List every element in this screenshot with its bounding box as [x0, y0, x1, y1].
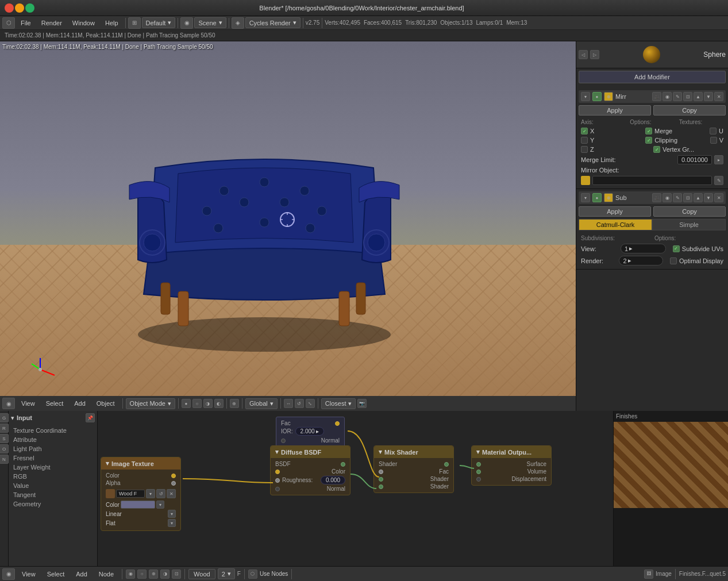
scene-dropdown[interactable]: Scene▾: [194, 17, 226, 28]
subsurf-expand-icon[interactable]: ▾: [581, 193, 590, 202]
menu-help[interactable]: Help: [101, 18, 123, 28]
node-sidebar-icon-2[interactable]: R: [0, 424, 9, 433]
subsurf-edit-icon[interactable]: ✎: [673, 193, 682, 202]
image-reload-icon[interactable]: ↺: [156, 489, 165, 498]
mirror-object-edit-icon[interactable]: ✎: [714, 176, 723, 185]
node-sidebar-icon-5[interactable]: N: [0, 455, 9, 464]
shading-icon-4[interactable]: ◐: [214, 399, 224, 408]
menu-file[interactable]: File: [16, 18, 36, 28]
panel-forward-icon[interactable]: ▷: [590, 50, 599, 59]
move-icon[interactable]: ↔: [284, 399, 293, 408]
mirror-delete-icon[interactable]: ✕: [714, 92, 723, 101]
mirror-up-icon[interactable]: ▲: [694, 92, 703, 101]
input-rgb[interactable]: RGB: [11, 472, 95, 481]
scene-icon[interactable]: ◉: [180, 17, 193, 29]
mirror-u-checkbox[interactable]: [710, 128, 717, 134]
subsurf-enable-icon[interactable]: ●: [592, 193, 602, 202]
snap-icon[interactable]: ⊕: [230, 399, 239, 408]
mirror-render-icon[interactable]: ◉: [662, 92, 672, 101]
optimal-display-checkbox[interactable]: [670, 257, 677, 264]
input-geometry[interactable]: Geometry: [11, 499, 95, 509]
subsurf-cage-icon[interactable]: ⊡: [683, 193, 692, 202]
node-icon-4[interactable]: ◑: [160, 570, 170, 579]
input-attribute[interactable]: Attribute: [11, 435, 95, 444]
input-tangent[interactable]: Tangent: [11, 490, 95, 499]
input-panel-pin-icon[interactable]: 📌: [86, 413, 95, 422]
node-icon-1[interactable]: ◉: [126, 570, 135, 579]
page-dropdown[interactable]: 2▾: [218, 568, 235, 579]
mirror-v-checkbox[interactable]: [710, 137, 717, 144]
shading-icon-2[interactable]: ○: [192, 399, 202, 408]
mirror-expand-icon[interactable]: ▾: [581, 92, 590, 101]
node-type-icon[interactable]: ◉: [2, 568, 15, 580]
object-mode-dropdown[interactable]: Object Mode▾: [126, 398, 175, 409]
color-swatch[interactable]: [121, 501, 155, 509]
subsurf-down-icon[interactable]: ▼: [704, 193, 713, 202]
input-layer-weight[interactable]: Layer Weight: [11, 463, 95, 472]
mirror-apply-button[interactable]: Apply: [579, 105, 651, 116]
mirror-cam-icon[interactable]: 🎥: [652, 92, 661, 101]
node-sidebar-icon-1[interactable]: G: [0, 413, 9, 422]
subsurf-cam-icon[interactable]: 🎥: [652, 193, 661, 202]
node-sidebar-icon-4[interactable]: O: [0, 444, 9, 453]
subsurf-up-icon[interactable]: ▲: [694, 193, 703, 202]
mirror-merge-checkbox[interactable]: ✓: [645, 128, 652, 134]
maximize-button[interactable]: [25, 3, 34, 13]
add-modifier-button[interactable]: Add Modifier: [579, 71, 726, 83]
input-texture-coordinate[interactable]: Texture Coordinate: [11, 426, 95, 435]
node-icon-2[interactable]: ○: [137, 570, 147, 579]
mirror-vertexgr-checkbox[interactable]: ✓: [653, 146, 660, 153]
mirror-cage-icon[interactable]: ⊡: [683, 92, 692, 101]
mirror-x-checkbox[interactable]: ✓: [581, 128, 588, 134]
color-arrow-btn[interactable]: ▾: [156, 501, 164, 509]
viewport-view-menu[interactable]: View: [17, 399, 40, 408]
node-icon-5[interactable]: ⊡: [172, 570, 181, 579]
panel-nav-icon[interactable]: ◁: [579, 50, 588, 59]
input-value[interactable]: Value: [11, 481, 95, 490]
close-button[interactable]: [5, 3, 14, 13]
node-add-menu[interactable]: Add: [71, 570, 92, 579]
menu-window[interactable]: Window: [68, 18, 99, 28]
view-value-field[interactable]: 1 ▸: [621, 244, 666, 253]
viewport-3d[interactable]: Time:02:02.38 | Mem:114.11M, Peak:114.11…: [0, 41, 576, 411]
input-fresnel[interactable]: Fresnel: [11, 453, 95, 463]
subsurf-delete-icon[interactable]: ✕: [714, 193, 723, 202]
subdivide-uvs-checkbox[interactable]: ✓: [673, 245, 680, 252]
catmull-clark-tab[interactable]: Catmull-Clark: [579, 219, 652, 230]
shading-icon-3[interactable]: ◑: [203, 399, 213, 408]
node-canvas[interactable]: Fac IOR: 2.000 ▸ Normal ▾: [98, 411, 613, 566]
viewport-object-menu[interactable]: Object: [92, 399, 120, 408]
minimize-button[interactable]: [15, 3, 24, 13]
image-name[interactable]: Wood F: [116, 490, 145, 498]
mirror-enable-icon[interactable]: ●: [592, 92, 602, 101]
interpolation-arrow-btn[interactable]: ▾: [168, 510, 176, 518]
mirror-y-checkbox[interactable]: [581, 137, 588, 144]
merge-limit-arrow[interactable]: ▸: [714, 155, 723, 164]
camera-icon[interactable]: 📷: [357, 399, 367, 408]
viewport-select-menu[interactable]: Select: [41, 399, 68, 408]
mirror-down-icon[interactable]: ▼: [704, 92, 713, 101]
layout-icon[interactable]: ⊞: [128, 17, 141, 29]
mirror-z-checkbox[interactable]: [581, 146, 588, 153]
mirror-clipping-checkbox[interactable]: ✓: [645, 137, 652, 144]
global-dropdown[interactable]: Global▾: [245, 398, 278, 409]
renderer-icon[interactable]: ◈: [232, 17, 244, 29]
simple-tab[interactable]: Simple: [652, 219, 726, 230]
shading-icon-1[interactable]: ●: [182, 399, 191, 408]
merge-limit-value[interactable]: 0.001000: [677, 155, 712, 164]
node-node-menu[interactable]: Node: [94, 570, 118, 579]
ior-value-field[interactable]: 2.000 ▸: [295, 427, 324, 436]
menu-render[interactable]: Render: [37, 18, 67, 28]
rotate-icon[interactable]: ↺: [295, 399, 304, 408]
viewport-type-icon[interactable]: ◉: [2, 398, 15, 409]
node-sidebar-icon-3[interactable]: S: [0, 434, 9, 443]
mirror-edit-icon[interactable]: ✎: [673, 92, 682, 101]
image-browse-icon[interactable]: ▾: [146, 489, 155, 498]
render-value-field[interactable]: 2 ▸: [619, 256, 662, 266]
subsurf-render-icon[interactable]: ◉: [662, 193, 672, 202]
layout-dropdown[interactable]: Default▾: [142, 17, 176, 28]
node-icon-3[interactable]: ⊕: [149, 570, 158, 579]
subsurf-copy-button[interactable]: Copy: [653, 206, 726, 217]
closest-dropdown[interactable]: Closest▾: [321, 398, 356, 409]
node-select-menu[interactable]: Select: [43, 570, 70, 579]
